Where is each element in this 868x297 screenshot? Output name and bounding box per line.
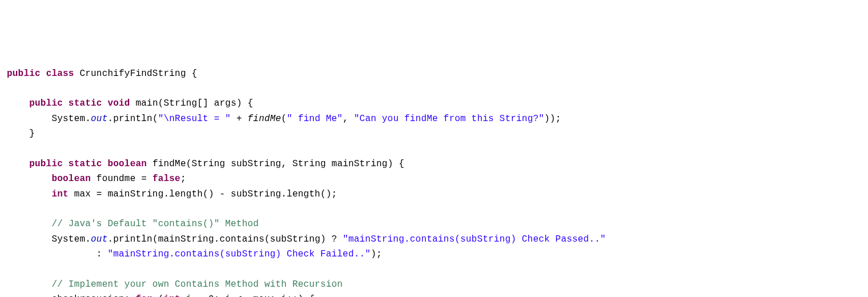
operator-assign: = <box>135 174 152 184</box>
dot: . <box>85 114 91 124</box>
brace-open: { <box>192 69 198 79</box>
field-out: out <box>91 234 107 244</box>
line-15: // Implement your own Contains Method wi… <box>7 279 343 290</box>
line-9: int max = mainString.length() - subStrin… <box>7 189 337 199</box>
keyword-public: public <box>7 69 41 79</box>
dot: . <box>107 114 113 124</box>
param-type: String <box>192 159 226 169</box>
expr: subString.length(); <box>231 189 337 199</box>
keyword-boolean: boolean <box>51 174 91 184</box>
line-13: : "mainString.contains(subString) Check … <box>7 249 382 259</box>
semicolon: ; <box>180 174 186 184</box>
paren-close: ) <box>236 98 242 109</box>
method-name-findMe: findMe <box>152 159 186 169</box>
code-block: public class CrunchifyFindString { publi… <box>7 69 606 297</box>
method-call-findMe: findMe <box>248 114 282 124</box>
paren-open: ( <box>152 114 158 124</box>
class-system: System <box>51 234 85 244</box>
comment: // Implement your own Contains Method wi… <box>51 279 343 290</box>
paren-open: ( <box>152 294 164 297</box>
paren-open: ( <box>186 159 192 169</box>
keyword-static: static <box>69 98 102 109</box>
comma: , <box>281 159 292 169</box>
class-system: System <box>51 114 85 124</box>
paren-close: ) <box>388 159 393 169</box>
param-name: mainString <box>332 159 388 169</box>
brace-open: { <box>248 98 254 109</box>
keyword-void: void <box>107 98 130 109</box>
class-name: CrunchifyFindString <box>79 69 186 79</box>
keyword-int: int <box>163 294 180 297</box>
param-name: subString <box>231 159 281 169</box>
operator-minus: - <box>214 189 231 199</box>
string-literal: "mainString.contains(subString) Check Pa… <box>343 234 606 244</box>
keyword-for: for <box>135 294 152 297</box>
operator-assign: = <box>91 189 107 199</box>
keyword-int: int <box>51 189 68 199</box>
method-println: println <box>113 234 152 244</box>
dot: . <box>107 234 113 244</box>
keyword-static: static <box>69 159 102 169</box>
paren-close: ); <box>371 249 382 259</box>
string-literal: "mainString.contains(subString) Check Fa… <box>107 249 371 259</box>
paren-open: ( <box>158 98 164 109</box>
paren-open: ( <box>281 114 287 124</box>
line-3: public static void main(String[] args) { <box>7 98 253 109</box>
line-8: boolean foundme = false; <box>7 174 186 184</box>
dot: . <box>85 234 91 244</box>
method-name-main: main <box>136 98 158 109</box>
paren-close: )); <box>544 114 561 124</box>
for-header: i = 0; i <= max; i++) { <box>180 294 315 297</box>
var-name: foundme <box>97 174 136 184</box>
method-println: println <box>113 114 152 124</box>
paren-open: ( <box>152 234 158 244</box>
expr: mainString.contains(subString) ? <box>158 234 343 244</box>
keyword-public: public <box>29 159 63 169</box>
line-7: public static boolean findMe(String subS… <box>7 159 404 169</box>
operator-plus: + <box>231 114 247 124</box>
literal-false: false <box>152 174 180 184</box>
line-12: System.out.println(mainString.contains(s… <box>7 234 606 244</box>
operator-colon: : <box>97 249 108 259</box>
keyword-public: public <box>29 98 63 109</box>
line-11: // Java's Default "contains()" Method <box>7 219 259 229</box>
string-literal: "\nResult = " <box>158 114 231 124</box>
label: checkrecusion: <box>51 294 135 297</box>
line-1: public class CrunchifyFindString { <box>7 69 197 79</box>
string-literal: " find Me" <box>287 114 343 124</box>
brace-close: } <box>29 129 35 139</box>
keyword-class: class <box>46 69 74 79</box>
var-name: max <box>74 189 91 199</box>
comment: // Java's Default "contains()" Method <box>51 219 259 229</box>
brace-open: { <box>399 159 404 169</box>
line-5: } <box>7 129 35 139</box>
comma: , <box>343 114 354 124</box>
line-4: System.out.println("\nResult = " + findM… <box>7 114 561 124</box>
param-type: String <box>292 159 326 169</box>
line-16: checkrecusion: for (int i = 0; i <= max;… <box>7 294 315 297</box>
field-out: out <box>91 114 107 124</box>
param-type: String[] <box>164 98 208 109</box>
keyword-boolean: boolean <box>107 159 147 169</box>
string-literal: "Can you findMe from this String?" <box>354 114 544 124</box>
param-name: args <box>214 98 236 109</box>
expr: mainString.length() <box>107 189 214 199</box>
